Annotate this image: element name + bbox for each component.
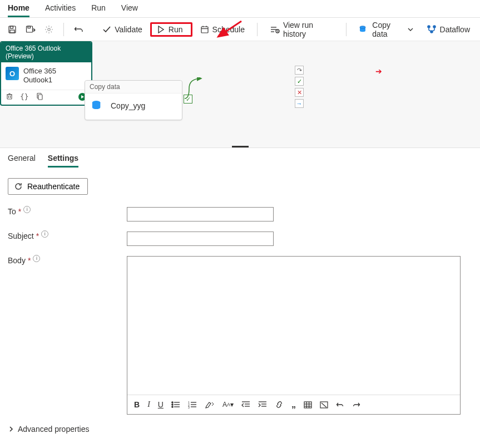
font-size-icon[interactable]: AA▾ [222,401,234,408]
view-run-history-button[interactable]: View run history [264,18,340,41]
outdent-icon[interactable] [241,401,250,408]
activity-status-column: ↷ ✓ ✕ → [295,66,304,108]
panel-drag-handle[interactable] [232,146,249,148]
richtext-toolbar: B I U 123 AA▾ „ [127,395,460,414]
validate-button[interactable]: Validate [97,23,148,36]
run-button[interactable]: Run [150,22,192,37]
check-icon [102,25,111,34]
activity-outlook-name: Office 365 Outlook1 [23,67,87,85]
quote-icon[interactable]: „ [291,400,296,410]
svg-line-56 [321,403,326,407]
copy-data-button[interactable]: Copy data [353,18,418,41]
body-textarea[interactable] [127,257,460,395]
bold-icon[interactable]: B [134,400,140,409]
info-icon[interactable]: i [41,230,48,238]
required-mark: * [36,232,39,240]
braces-icon[interactable]: {} [20,92,29,101]
bulleted-list-icon[interactable] [171,401,180,408]
tab-general[interactable]: General [8,154,36,168]
undo-icon[interactable] [336,401,344,408]
gear-icon [44,25,53,34]
indent-icon[interactable] [258,401,267,408]
required-mark: * [28,256,31,265]
svg-point-17 [428,26,430,28]
table-icon[interactable] [304,401,312,408]
info-icon[interactable]: i [33,255,40,262]
nav-tab-home[interactable]: Home [8,3,29,17]
chevron-down-icon [408,27,413,32]
status-completion-icon[interactable]: → [295,99,304,108]
link-icon[interactable] [275,401,284,408]
to-field[interactable] [127,207,274,221]
status-success-icon[interactable]: ✓ [295,77,304,86]
details-panel: General Settings Reauthenticate To * i S… [0,148,480,444]
toolbar-divider [257,23,258,36]
subject-label: Subject * i [8,232,127,240]
settings-gear-button[interactable] [41,23,57,36]
save-icon [8,25,17,34]
view-run-history-label: View run history [283,21,334,38]
outlook-icon: O [6,67,19,80]
highlight-icon[interactable] [205,401,215,408]
undo-button[interactable] [71,23,87,36]
body-label: Body * i [8,256,127,265]
schedule-button[interactable]: Schedule [195,23,250,36]
advanced-properties-toggle[interactable]: Advanced properties [8,425,472,434]
redo-icon[interactable] [352,401,360,408]
pipeline-canvas[interactable]: Copy data Copy_yyg ✓ Office 365 Outlook … [0,41,480,148]
status-fail-icon[interactable]: ✕ [295,88,304,97]
svg-rect-1 [11,26,13,28]
svg-point-34 [172,404,173,405]
calendar-icon [200,25,209,34]
panel-tabs: General Settings [8,154,472,168]
schedule-label: Schedule [212,25,245,34]
validate-label: Validate [115,25,142,34]
copy-icon[interactable] [36,92,43,100]
run-label: Run [169,25,183,34]
save-as-button[interactable] [22,23,39,36]
svg-point-32 [172,402,173,403]
save-button[interactable] [4,23,20,36]
required-mark: * [18,207,21,216]
info-icon[interactable]: i [23,206,31,213]
activity-copy-type: Copy data [85,81,182,93]
toolbar-divider [63,23,64,36]
italic-icon[interactable]: I [147,400,150,409]
database-icon [91,99,105,112]
dataflow-button[interactable]: Dataflow [421,23,476,36]
refresh-icon [14,182,23,191]
reauthenticate-button[interactable]: Reauthenticate [8,178,88,195]
svg-rect-3 [27,26,33,32]
svg-rect-4 [28,26,31,28]
activity-copy-data[interactable]: Copy data Copy_yyg [85,80,182,120]
svg-point-19 [430,31,433,33]
nav-tab-activities[interactable]: Activities [45,3,76,16]
annotation-small-arrow: ➔ [375,67,382,76]
toolbar-divider [346,23,347,36]
underline-icon[interactable]: U [158,400,164,409]
trash-icon[interactable] [6,92,13,100]
dataflow-icon [427,25,437,34]
svg-point-5 [48,28,50,30]
chevron-right-icon [8,426,14,432]
tab-settings[interactable]: Settings [48,154,78,168]
svg-rect-50 [304,402,311,408]
nav-tab-view[interactable]: View [121,3,138,16]
svg-rect-24 [7,95,12,99]
subject-field[interactable] [127,232,274,246]
success-port[interactable]: ✓ [184,95,192,104]
clear-format-icon[interactable] [320,401,328,408]
copy-data-label: Copy data [372,21,404,38]
history-icon [270,25,280,34]
top-nav: Home Activities Run View [0,0,480,18]
svg-marker-6 [159,26,164,33]
reauthenticate-label: Reauthenticate [27,182,80,191]
svg-rect-7 [201,27,208,33]
status-skip-icon[interactable]: ↷ [295,66,304,75]
activity-outlook[interactable]: Office 365 Outlook (Preview) O Office 36… [0,41,92,106]
undo-icon [74,25,84,34]
numbered-list-icon[interactable]: 123 [188,401,197,408]
nav-tab-run[interactable]: Run [91,3,106,16]
dataflow-label: Dataflow [440,25,470,34]
svg-point-36 [172,406,173,407]
